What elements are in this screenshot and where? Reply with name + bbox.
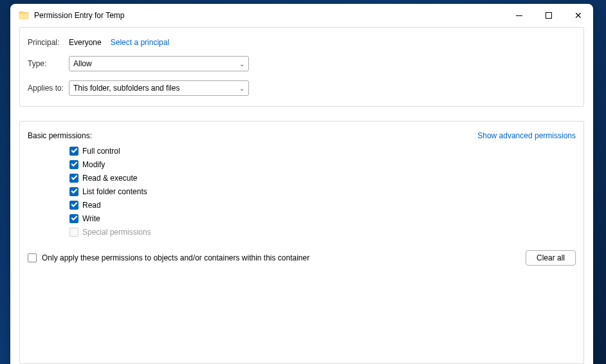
permission-checkbox[interactable] [69, 187, 78, 196]
applies-to-value: This folder, subfolders and files [73, 84, 179, 93]
permission-checkbox[interactable] [69, 214, 78, 223]
permission-item[interactable]: Full control [69, 144, 576, 158]
permission-item[interactable]: Read & execute [69, 171, 576, 185]
permission-item[interactable]: List folder contents [69, 185, 576, 198]
permission-label: List folder contents [82, 187, 147, 196]
permission-label: Special permissions [82, 228, 151, 237]
type-combo[interactable]: Allow ⌄ [69, 56, 249, 71]
permissions-panel: Basic permissions: Show advanced permiss… [19, 121, 584, 364]
principal-label: Principal: [28, 38, 69, 47]
permission-checkbox[interactable] [69, 147, 78, 156]
only-apply-label: Only apply these permissions to objects … [42, 253, 309, 262]
maximize-icon [546, 12, 552, 19]
permission-checkbox[interactable] [69, 160, 78, 169]
folder-icon [19, 10, 29, 21]
show-advanced-link[interactable]: Show advanced permissions [477, 131, 576, 140]
permission-checkbox[interactable] [69, 174, 78, 183]
permission-item: Special permissions [69, 225, 576, 239]
permission-item[interactable]: Read [69, 198, 576, 212]
chevron-down-icon: ⌄ [239, 60, 244, 68]
permission-label: Write [82, 214, 100, 223]
window-content: Principal: Everyone Select a principal T… [10, 27, 593, 364]
permission-label: Read [82, 201, 101, 210]
applies-to-combo[interactable]: This folder, subfolders and files ⌄ [69, 80, 249, 96]
permission-label: Modify [82, 160, 105, 169]
type-value: Allow [73, 59, 92, 68]
basic-permissions-label: Basic permissions: [28, 131, 92, 140]
permission-item[interactable]: Modify [69, 158, 576, 171]
close-icon: ✕ [574, 11, 582, 20]
type-label: Type: [28, 59, 69, 68]
permission-label: Full control [82, 147, 120, 156]
permission-item[interactable]: Write [69, 212, 576, 225]
minimize-button[interactable] [504, 4, 534, 27]
chevron-down-icon: ⌄ [239, 85, 244, 92]
permission-checkbox [69, 228, 78, 237]
principal-value: Everyone [69, 38, 102, 47]
applies-to-label: Applies to: [28, 84, 69, 93]
permission-list: Full controlModifyRead & executeList fol… [28, 144, 576, 239]
principal-panel: Principal: Everyone Select a principal T… [19, 27, 584, 107]
window-controls: ✕ [504, 4, 593, 27]
only-apply-checkbox[interactable] [28, 253, 37, 262]
only-apply-row[interactable]: Only apply these permissions to objects … [28, 253, 309, 262]
permission-entry-window: Permission Entry for Temp ✕ Principal: E… [10, 4, 593, 364]
select-principal-link[interactable]: Select a principal [111, 38, 169, 47]
window-title: Permission Entry for Temp [34, 11, 504, 20]
minimize-icon [516, 15, 522, 16]
permission-checkbox[interactable] [69, 201, 78, 210]
permission-label: Read & execute [82, 174, 137, 183]
clear-all-button[interactable]: Clear all [526, 250, 576, 266]
close-button[interactable]: ✕ [564, 4, 593, 27]
maximize-button[interactable] [534, 4, 564, 27]
titlebar[interactable]: Permission Entry for Temp ✕ [10, 4, 593, 27]
